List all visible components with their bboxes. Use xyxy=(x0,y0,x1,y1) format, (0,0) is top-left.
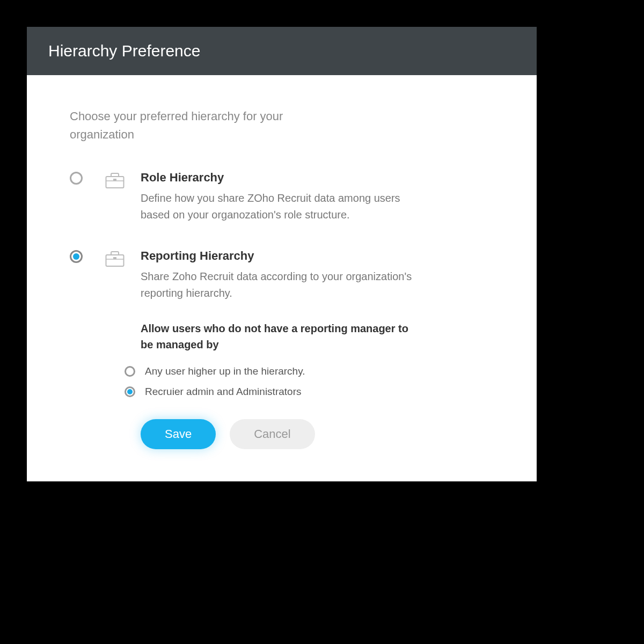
radio-role-hierarchy[interactable] xyxy=(70,172,83,185)
option-reporting-hierarchy[interactable]: Reporting Hierarchy Share Zoho Recruit d… xyxy=(70,249,494,449)
hierarchy-preference-modal: Hierarchy Preference Choose your preferr… xyxy=(27,27,537,481)
briefcase-icon xyxy=(104,171,126,189)
option-title: Reporting Hierarchy xyxy=(141,249,494,263)
button-row: Save Cancel xyxy=(141,419,494,449)
option-role-hierarchy[interactable]: Role Hierarchy Define how you share ZOho… xyxy=(70,171,494,223)
save-button[interactable]: Save xyxy=(141,419,216,449)
radio-reporting-hierarchy[interactable] xyxy=(70,250,83,263)
option-description: Define how you share ZOho Recruit data a… xyxy=(141,190,420,223)
modal-body: Choose your preferred hierarchy for your… xyxy=(27,75,537,481)
option-content: Role Hierarchy Define how you share ZOho… xyxy=(141,171,494,223)
svg-rect-0 xyxy=(106,177,124,188)
briefcase-icon xyxy=(104,249,126,267)
sub-option-label: Any user higher up in the hierarchy. xyxy=(145,365,305,377)
svg-rect-3 xyxy=(106,255,124,266)
radio-dot-icon xyxy=(73,253,79,260)
modal-header: Hierarchy Preference xyxy=(27,27,537,75)
option-title: Role Hierarchy xyxy=(141,171,494,185)
cancel-button[interactable]: Cancel xyxy=(230,419,314,449)
modal-title: Hierarchy Preference xyxy=(48,42,515,60)
radio-dot-icon xyxy=(127,389,133,394)
sub-options: Any user higher up in the hierarchy. Rec… xyxy=(125,365,494,398)
radio-any-user[interactable] xyxy=(125,366,135,377)
sub-option-recruiter-admin[interactable]: Recruier admin and Administrators xyxy=(125,386,494,398)
option-description: Share Zoho Recruit data according to you… xyxy=(141,268,420,302)
intro-text: Choose your preferred hierarchy for your… xyxy=(70,107,338,144)
radio-recruiter-admin[interactable] xyxy=(125,386,135,397)
sub-option-any-user[interactable]: Any user higher up in the hierarchy. xyxy=(125,365,494,377)
option-content: Reporting Hierarchy Share Zoho Recruit d… xyxy=(141,249,494,449)
sub-heading: Allow users who do not have a reporting … xyxy=(141,320,420,353)
sub-option-label: Recruier admin and Administrators xyxy=(145,386,301,398)
